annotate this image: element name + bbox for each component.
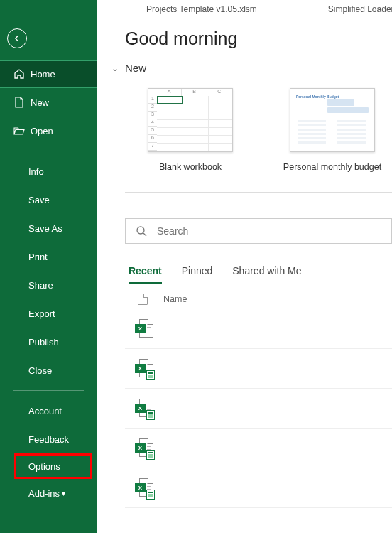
chevron-down-icon: ▾	[62, 490, 65, 497]
template-budget-thumb: Personal Monthly Budget	[290, 88, 375, 152]
nav-divider-1	[13, 151, 84, 151]
file-list-header: Name	[138, 294, 392, 305]
excel-file-icon: X	[135, 399, 153, 419]
svg-point-0	[137, 227, 144, 234]
title-bar: Projects Template v1.05.xlsm Simplified …	[97, 0, 392, 14]
new-file-icon	[13, 97, 25, 108]
back-button[interactable]	[7, 28, 27, 48]
file-row[interactable]: X	[125, 389, 392, 429]
nav-home[interactable]: Home	[0, 60, 97, 88]
nav-close[interactable]: Close	[0, 356, 97, 384]
excel-file-icon: X	[135, 478, 153, 498]
nav-saveas[interactable]: Save As	[0, 214, 97, 242]
main-panel: Projects Template v1.05.xlsm Simplified …	[97, 0, 392, 533]
app-root: Home New Open Info Save Save As Print Sh…	[0, 0, 392, 533]
nav-open-label: Open	[31, 126, 53, 136]
nav-save[interactable]: Save	[0, 185, 97, 214]
home-icon	[13, 68, 25, 80]
template-blank-label: Blank workbook	[159, 162, 222, 172]
arrow-left-icon	[13, 34, 21, 43]
file-icon	[138, 294, 148, 305]
templates-row: ABC 1234567 Blank workbook Personal Mont…	[97, 88, 392, 172]
nav-share[interactable]: Share	[0, 271, 97, 299]
excel-file-icon: X	[135, 319, 153, 339]
nav-publish[interactable]: Publish	[0, 328, 97, 356]
nav-new[interactable]: New	[0, 88, 97, 117]
folder-open-icon	[13, 125, 25, 136]
file-row[interactable]: X	[125, 309, 392, 349]
tab-shared[interactable]: Shared with Me	[232, 265, 301, 284]
nav-addins[interactable]: Add-ins ▾	[0, 479, 97, 507]
chevron-down-icon: ⌄	[109, 63, 121, 73]
file-row[interactable]: X	[125, 349, 392, 389]
nav-account[interactable]: Account	[0, 397, 97, 425]
file-row[interactable]: X	[125, 429, 392, 468]
file-list: XXXXX	[125, 309, 392, 508]
search-input[interactable]	[157, 225, 391, 237]
template-budget-label: Personal monthly budget	[283, 162, 381, 172]
nav-print[interactable]: Print	[0, 242, 97, 271]
search-icon	[136, 225, 147, 237]
section-new-label: New	[125, 62, 146, 74]
nav-open[interactable]: Open	[0, 117, 97, 145]
tab-recent[interactable]: Recent	[129, 265, 162, 284]
nav-info[interactable]: Info	[0, 157, 97, 185]
template-personal-budget[interactable]: Personal Monthly Budget Perso	[290, 88, 375, 172]
section-new-header[interactable]: ⌄ New	[109, 62, 392, 74]
excel-file-icon: X	[135, 359, 153, 379]
file-row[interactable]: X	[125, 468, 392, 508]
column-name: Name	[163, 294, 187, 304]
recent-tabs: Recent Pinned Shared with Me	[129, 265, 392, 284]
greeting-heading: Good morning	[125, 28, 392, 49]
tab-pinned[interactable]: Pinned	[182, 265, 213, 284]
search-box[interactable]	[125, 218, 392, 244]
template-blank-workbook[interactable]: ABC 1234567 Blank workbook	[148, 88, 233, 172]
excel-file-icon: X	[135, 438, 153, 458]
nav-new-label: New	[31, 97, 49, 108]
nav-divider-2	[13, 390, 84, 391]
nav-feedback[interactable]: Feedback	[0, 425, 97, 453]
nav-export[interactable]: Export	[0, 299, 97, 328]
section-divider	[125, 192, 392, 193]
titlebar-file-1: Projects Template v1.05.xlsm	[146, 4, 257, 14]
nav-home-label: Home	[31, 69, 55, 80]
svg-line-1	[143, 233, 146, 236]
titlebar-file-2: Simplified Loader	[328, 4, 392, 14]
template-blank-thumb: ABC 1234567	[148, 88, 233, 152]
nav-options[interactable]: Options	[14, 453, 92, 479]
backstage-sidebar: Home New Open Info Save Save As Print Sh…	[0, 0, 97, 533]
